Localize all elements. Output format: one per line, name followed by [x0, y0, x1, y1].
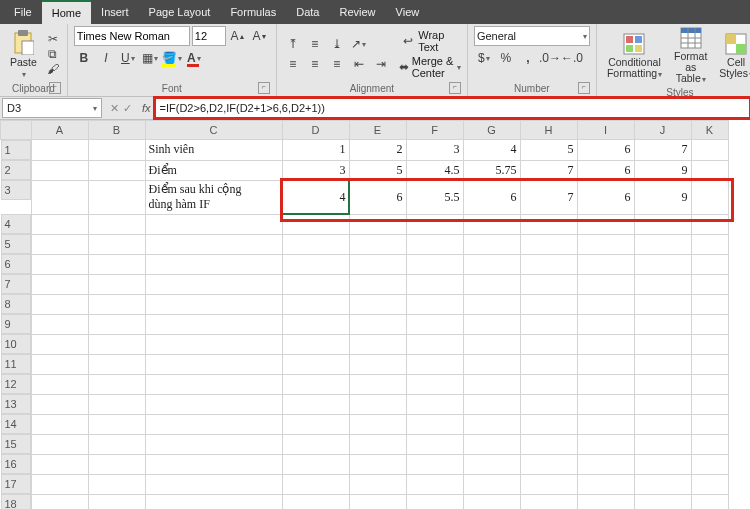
comma-format-button[interactable]: ,: [518, 49, 538, 67]
cell-F15[interactable]: [406, 434, 463, 454]
cell-B2[interactable]: [88, 160, 145, 180]
cancel-formula-button[interactable]: ✕: [110, 102, 119, 115]
cell-E3[interactable]: 6: [349, 180, 406, 214]
cell-C10[interactable]: [145, 334, 282, 354]
cell-J7[interactable]: [634, 274, 691, 294]
row-header-16[interactable]: 16: [1, 454, 31, 474]
font-name-input[interactable]: [74, 26, 190, 46]
tab-review[interactable]: Review: [329, 1, 385, 23]
cell-F16[interactable]: [406, 454, 463, 474]
tab-data[interactable]: Data: [286, 1, 329, 23]
cell-K17[interactable]: [691, 474, 728, 494]
cell-I16[interactable]: [577, 454, 634, 474]
cell-I6[interactable]: [577, 254, 634, 274]
cell-H17[interactable]: [520, 474, 577, 494]
cell-E1[interactable]: 2: [349, 140, 406, 161]
select-all-corner[interactable]: [1, 121, 32, 140]
cell-B18[interactable]: [88, 494, 145, 509]
fx-icon[interactable]: fx: [138, 102, 155, 114]
number-launcher[interactable]: ⌐: [578, 82, 590, 94]
cell-F1[interactable]: 3: [406, 140, 463, 161]
row-header-18[interactable]: 18: [1, 494, 31, 509]
row-header-12[interactable]: 12: [1, 374, 31, 394]
cell-C13[interactable]: [145, 394, 282, 414]
align-right-button[interactable]: ≡: [327, 55, 347, 73]
row-header-4[interactable]: 4: [1, 214, 31, 234]
tab-page-layout[interactable]: Page Layout: [139, 1, 221, 23]
cell-E16[interactable]: [349, 454, 406, 474]
cell-E4[interactable]: [349, 214, 406, 234]
cell-I17[interactable]: [577, 474, 634, 494]
cell-I5[interactable]: [577, 234, 634, 254]
font-color-button[interactable]: A▾: [184, 49, 204, 67]
cell-D4[interactable]: [282, 214, 349, 234]
cell-K5[interactable]: [691, 234, 728, 254]
row-header-2[interactable]: 2: [1, 160, 31, 180]
cell-G2[interactable]: 5.75: [463, 160, 520, 180]
align-bottom-button[interactable]: ⤓: [327, 35, 347, 53]
cell-I8[interactable]: [577, 294, 634, 314]
cell-J14[interactable]: [634, 414, 691, 434]
worksheet[interactable]: ABCDEFGHIJK1Sinh viên12345672Điểm354.55.…: [0, 120, 750, 509]
cell-B9[interactable]: [88, 314, 145, 334]
grid[interactable]: ABCDEFGHIJK1Sinh viên12345672Điểm354.55.…: [0, 120, 729, 509]
percent-format-button[interactable]: %: [496, 49, 516, 67]
italic-button[interactable]: I: [96, 49, 116, 67]
cell-J1[interactable]: 7: [634, 140, 691, 161]
cell-B16[interactable]: [88, 454, 145, 474]
cell-K14[interactable]: [691, 414, 728, 434]
cell-B15[interactable]: [88, 434, 145, 454]
cell-D17[interactable]: [282, 474, 349, 494]
cell-G7[interactable]: [463, 274, 520, 294]
cell-E14[interactable]: [349, 414, 406, 434]
cell-A6[interactable]: [31, 254, 88, 274]
cell-D2[interactable]: 3: [282, 160, 349, 180]
align-top-button[interactable]: ⤒: [283, 35, 303, 53]
cell-K2[interactable]: [691, 160, 728, 180]
cell-B7[interactable]: [88, 274, 145, 294]
cell-A16[interactable]: [31, 454, 88, 474]
col-header-E[interactable]: E: [349, 121, 406, 140]
cell-E5[interactable]: [349, 234, 406, 254]
row-header-14[interactable]: 14: [1, 414, 31, 434]
col-header-A[interactable]: A: [31, 121, 88, 140]
borders-button[interactable]: ▦▾: [140, 49, 160, 67]
tab-view[interactable]: View: [386, 1, 430, 23]
cell-I18[interactable]: [577, 494, 634, 509]
cell-G14[interactable]: [463, 414, 520, 434]
cell-H11[interactable]: [520, 354, 577, 374]
cell-H18[interactable]: [520, 494, 577, 509]
cell-G1[interactable]: 4: [463, 140, 520, 161]
cell-D13[interactable]: [282, 394, 349, 414]
cell-B11[interactable]: [88, 354, 145, 374]
col-header-F[interactable]: F: [406, 121, 463, 140]
row-header-13[interactable]: 13: [1, 394, 31, 414]
cell-G6[interactable]: [463, 254, 520, 274]
tab-file[interactable]: File: [4, 1, 42, 23]
cell-G16[interactable]: [463, 454, 520, 474]
cut-button[interactable]: ✂: [45, 32, 61, 46]
cell-K1[interactable]: [691, 140, 728, 161]
cell-A12[interactable]: [31, 374, 88, 394]
cell-D18[interactable]: [282, 494, 349, 509]
cell-B12[interactable]: [88, 374, 145, 394]
cell-I10[interactable]: [577, 334, 634, 354]
cell-H6[interactable]: [520, 254, 577, 274]
col-header-B[interactable]: B: [88, 121, 145, 140]
underline-button[interactable]: U▾: [118, 49, 138, 67]
cell-F9[interactable]: [406, 314, 463, 334]
cell-J2[interactable]: 9: [634, 160, 691, 180]
cell-E10[interactable]: [349, 334, 406, 354]
cell-D6[interactable]: [282, 254, 349, 274]
cell-J4[interactable]: [634, 214, 691, 234]
cell-I7[interactable]: [577, 274, 634, 294]
decrease-decimal-button[interactable]: ←.0: [562, 49, 582, 67]
accounting-format-button[interactable]: $▾: [474, 49, 494, 67]
cell-G4[interactable]: [463, 214, 520, 234]
cell-C3[interactable]: Điểm sau khi cộngdùng hàm IF: [145, 180, 282, 214]
cell-F18[interactable]: [406, 494, 463, 509]
formula-input[interactable]: =IF(D2>6,D2,IF(D2+1>6,6,D2+1)): [155, 98, 750, 118]
cell-F11[interactable]: [406, 354, 463, 374]
cell-D16[interactable]: [282, 454, 349, 474]
cell-J8[interactable]: [634, 294, 691, 314]
